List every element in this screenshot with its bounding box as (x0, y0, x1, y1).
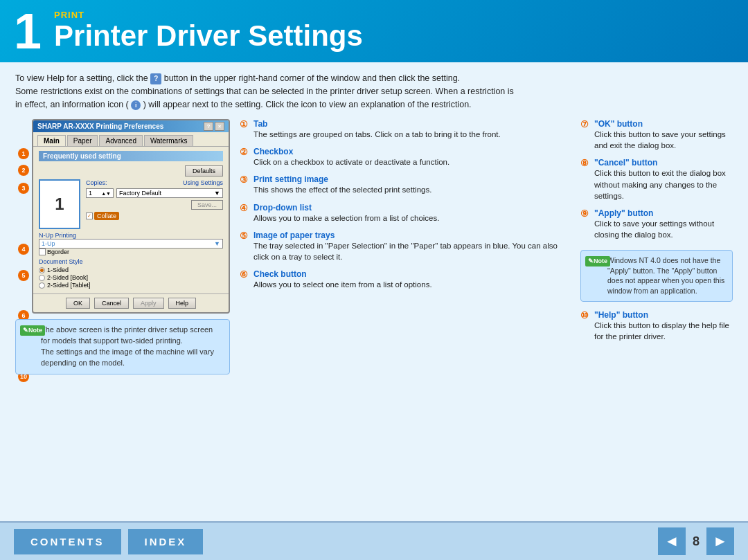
item-3-content: Print setting image This shows the effec… (253, 174, 431, 195)
collate-cb-box[interactable]: ✓ (86, 213, 93, 219)
copies-row: 1 Copies: Using Settings 1 ▲▼ (39, 179, 223, 229)
item-1-desc: The settings are grouped on tabs. Click … (253, 129, 501, 140)
dialog-body: Frequently used setting Defaults 1 Copie… (33, 147, 229, 293)
callout-2: 2 (18, 165, 29, 176)
titlebar-buttons: ? × (204, 122, 224, 131)
item-9-content: "Apply" button Click to save your settin… (594, 208, 733, 240)
radio-1sided-label: 1-Sided (47, 267, 69, 273)
item-2-content: Checkbox Click on a checkbox to activate… (253, 147, 449, 168)
tab-main[interactable]: Main (37, 135, 66, 146)
body-layout: 1 2 3 4 5 6 7 8 9 10 SHARP AR-XXXX Print… (15, 119, 733, 514)
item-6: ⑥ Check button Allows you to select one … (240, 269, 571, 290)
radio-2sided-tablet-label: 2-Sided [Tablet] (47, 282, 91, 289)
collate-checkbox: ✓ Collate (86, 212, 223, 220)
copies-input[interactable]: 1 ▲▼ (86, 188, 114, 198)
tab-watermarks[interactable]: Watermarks (144, 135, 194, 146)
help-btn[interactable]: ? (204, 122, 213, 131)
item-1-content: Tab The settings are grouped on tabs. Cl… (253, 119, 501, 140)
chapter-number: 1 (14, 6, 42, 56)
radio-2sided-tablet-dot[interactable] (39, 282, 45, 289)
item-8: ⑧ "Cancel" button Click this button to e… (580, 158, 733, 201)
item-5-desc: The tray selected in "Paper Selection" i… (253, 240, 571, 262)
index-button[interactable]: INDEX (128, 529, 204, 554)
radio-2sided-book-dot[interactable] (39, 275, 45, 281)
item-8-num: ⑧ (580, 158, 594, 201)
next-button[interactable]: ► (706, 527, 734, 555)
radio-2sided-tablet: 2-Sided [Tablet] (39, 282, 223, 289)
callout-3: 3 (18, 183, 29, 194)
header-text-block: PRINT Printer Driver Settings (54, 10, 363, 52)
using-select[interactable]: Factory Default ▼ (116, 188, 223, 198)
footer-nav: ◄ 8 ► (658, 527, 734, 555)
item-6-content: Check button Allows you to select one it… (253, 269, 432, 290)
item-6-desc: Allows you to select one item from a lis… (253, 279, 432, 290)
item-8-content: "Cancel" button Click this button to exi… (594, 158, 733, 201)
item-2: ② Checkbox Click on a checkbox to activa… (240, 147, 571, 168)
dialog-tabs: Main Paper Advanced Watermarks (33, 132, 229, 147)
nup-label: N-Up Printing (39, 232, 223, 239)
note-box-bottom: ✎Note The above screen is the printer dr… (15, 319, 230, 374)
intro-paragraph: To view Help for a setting, click the ? … (15, 72, 733, 111)
tab-paper[interactable]: Paper (67, 135, 98, 146)
left-panel: 1 2 3 4 5 6 7 8 9 10 SHARP AR-XXXX Print… (15, 119, 230, 514)
note-right-text: Windows NT 4.0 does not have the "Apply"… (607, 256, 724, 295)
item-1-num: ① (240, 119, 253, 140)
note-box-right: ✎Note Windows NT 4.0 does not have the "… (580, 250, 733, 302)
item-5-title: Image of paper trays (253, 231, 571, 240)
item-3-title: Print setting image (253, 174, 431, 184)
prev-button[interactable]: ◄ (658, 527, 686, 555)
item-10-content: "Help" button Click this button to displ… (594, 310, 733, 342)
item-7-desc: Click this button to save your settings … (594, 129, 733, 151)
item-5-content: Image of paper trays The tray selected i… (253, 231, 571, 262)
item-9-title: "Apply" button (594, 208, 733, 218)
item-5-num: ⑤ (240, 231, 253, 262)
nup-select[interactable]: 1-Up▼ (39, 239, 223, 249)
bgorder-checkbox: Bgorder (39, 249, 223, 255)
nup-section: N-Up Printing 1-Up▼ Bgorder (39, 232, 223, 255)
apply-button[interactable]: Apply (133, 298, 164, 309)
callout-1: 1 (18, 148, 29, 159)
item-3: ③ Print setting image This shows the eff… (240, 174, 571, 195)
item-3-desc: This shows the effect of the selected pr… (253, 184, 431, 195)
note-icon: ✎Note (20, 325, 45, 336)
item-6-num: ⑥ (240, 269, 253, 290)
windows-dialog: SHARP AR-XXXX Printing Preferences ? × M… (32, 119, 230, 314)
screenshot-wrapper: 1 2 3 4 5 6 7 8 9 10 SHARP AR-XXXX Print… (32, 119, 230, 314)
page-header: 1 PRINT Printer Driver Settings (0, 0, 748, 62)
page-footer: CONTENTS INDEX ◄ 8 ► (0, 521, 748, 560)
item-4-content: Drop-down list Allows you to make a sele… (253, 203, 439, 224)
defaults-button[interactable]: Defaults (185, 165, 223, 177)
item-9-num: ⑨ (580, 208, 594, 240)
page-number: 8 (693, 534, 700, 549)
item-4-title: Drop-down list (253, 203, 439, 213)
tab-advanced[interactable]: Advanced (99, 135, 142, 146)
main-content: To view Help for a setting, click the ? … (0, 62, 748, 521)
print-label: PRINT (54, 10, 363, 20)
item-7-title: "OK" button (594, 119, 733, 129)
close-btn[interactable]: × (215, 122, 224, 131)
item-9: ⑨ "Apply" button Click to save your sett… (580, 208, 733, 240)
page-title: Printer Driver Settings (54, 20, 363, 52)
item-2-title: Checkbox (253, 147, 449, 156)
radio-2sided-book: 2-Sided [Book] (39, 274, 223, 281)
using-label: Using Settings (183, 179, 223, 186)
item-5: ⑤ Image of paper trays The tray selected… (240, 231, 571, 262)
item-9-desc: Click to save your settings without clos… (594, 218, 733, 240)
bgorder-cb-box[interactable] (39, 249, 46, 255)
help-footer-button[interactable]: Help (168, 298, 197, 309)
radio-2sided-book-label: 2-Sided [Book] (47, 274, 88, 281)
save-button[interactable]: Save... (191, 200, 223, 210)
prev-icon: ◄ (664, 532, 679, 550)
item-2-desc: Click on a checkbox to activate or deact… (253, 156, 449, 168)
item-10-desc: Click this button to display the help fi… (594, 320, 733, 342)
item-4: ④ Drop-down list Allows you to make a se… (240, 203, 571, 224)
contents-button[interactable]: CONTENTS (14, 529, 121, 554)
radio-1sided: 1-Sided (39, 267, 223, 273)
item-10: ⑩ "Help" button Click this button to dis… (580, 310, 733, 342)
dialog-titlebar: SHARP AR-XXXX Printing Preferences ? × (33, 120, 229, 132)
cancel-button[interactable]: Cancel (94, 298, 129, 309)
collate-label: Collate (94, 212, 119, 220)
ok-button[interactable]: OK (66, 298, 90, 309)
radio-1sided-dot[interactable] (39, 267, 45, 273)
item-8-title: "Cancel" button (594, 158, 733, 168)
